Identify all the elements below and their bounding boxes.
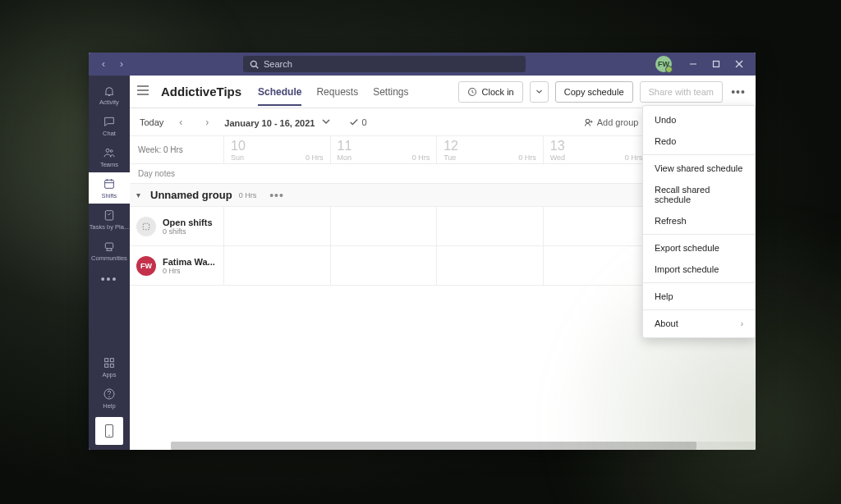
search-input[interactable]: Search — [243, 56, 526, 72]
today-button[interactable]: Today — [140, 117, 163, 127]
menu-separator — [643, 154, 755, 155]
shift-cell[interactable] — [543, 246, 650, 285]
menu-undo[interactable]: Undo — [643, 109, 755, 131]
svg-rect-17 — [110, 364, 113, 367]
svg-point-26 — [586, 119, 590, 123]
scrollbar-thumb[interactable] — [171, 442, 696, 450]
shift-cell[interactable] — [330, 246, 437, 285]
search-placeholder: Search — [264, 59, 292, 69]
rail-apps[interactable]: Apps — [89, 351, 130, 383]
prev-week-button[interactable]: ‹ — [172, 117, 190, 128]
add-group-button[interactable]: Add group — [584, 117, 639, 127]
chevron-right-icon: › — [741, 319, 743, 328]
communities-icon — [103, 240, 116, 253]
row-who[interactable]: FW Fatima Wa... 0 Hrs — [130, 246, 223, 285]
team-name: AddictiveTips — [161, 85, 241, 99]
svg-line-1 — [256, 66, 259, 68]
shift-cell[interactable] — [223, 246, 330, 285]
week-hours: Week: 0 Hrs — [130, 136, 223, 163]
clock-in-button[interactable]: Clock in — [458, 81, 523, 103]
svg-rect-13 — [105, 243, 113, 249]
svg-point-19 — [109, 396, 110, 397]
shift-cell[interactable] — [223, 207, 330, 245]
avatar[interactable]: FW — [655, 56, 672, 72]
shift-cell[interactable] — [436, 207, 543, 245]
tasks-icon — [103, 208, 116, 222]
tab-requests[interactable]: Requests — [316, 78, 358, 106]
svg-point-7 — [110, 149, 113, 152]
titlebar: ‹ › Search FW — [89, 53, 756, 76]
row-who[interactable]: Open shifts 0 shifts — [130, 207, 223, 245]
shift-cell[interactable] — [436, 246, 543, 285]
apps-icon — [103, 356, 116, 369]
tab-settings[interactable]: Settings — [373, 78, 408, 106]
rail-communities[interactable]: Communities — [89, 235, 130, 266]
menu-separator — [643, 234, 755, 235]
date-range[interactable]: January 10 - 16, 2021 — [224, 117, 330, 128]
group-more-button[interactable]: ••• — [269, 189, 284, 202]
day-col-tue: 12 Tue0 Hrs — [436, 136, 543, 163]
header-actions: Clock in Copy schedule Share with team •… — [458, 81, 747, 103]
search-icon — [250, 60, 259, 69]
menu-help[interactable]: Help — [643, 286, 755, 307]
clock-icon — [467, 87, 477, 97]
rail-chat[interactable]: Chat — [89, 110, 130, 141]
menu-view-shared[interactable]: View shared schedule — [643, 158, 755, 179]
header-tabs: Schedule Requests Settings — [258, 78, 408, 106]
shifts-icon — [103, 177, 116, 190]
chevron-down-icon — [321, 117, 331, 126]
svg-rect-8 — [105, 180, 114, 188]
maximize-button[interactable] — [705, 53, 728, 76]
menu-export[interactable]: Export schedule — [643, 237, 755, 259]
group-name: Unnamed group — [150, 189, 232, 201]
menu-redo[interactable]: Redo — [643, 131, 755, 152]
people-plus-icon — [584, 117, 594, 127]
tab-schedule[interactable]: Schedule — [258, 78, 301, 106]
rail-activity[interactable]: Activity — [89, 79, 130, 110]
rail-more[interactable]: ••• — [101, 266, 118, 292]
header-more-button[interactable]: ••• — [729, 82, 747, 102]
menu-recall-shared[interactable]: Recall shared schedule — [643, 179, 755, 210]
check-icon — [349, 117, 359, 127]
svg-rect-3 — [714, 62, 719, 67]
rail-tasks[interactable]: Tasks by Pla... — [89, 204, 130, 235]
help-icon — [103, 387, 116, 401]
svg-rect-16 — [105, 364, 108, 367]
horizontal-scrollbar[interactable] — [171, 442, 756, 450]
svg-point-0 — [250, 61, 256, 66]
day-col-sun: 10 Sun0 Hrs — [223, 136, 330, 163]
back-button[interactable]: ‹ — [95, 58, 112, 70]
shift-cell[interactable] — [330, 207, 437, 245]
forward-button[interactable]: › — [113, 58, 130, 70]
share-with-team-button[interactable]: Share with team — [640, 81, 723, 103]
hamburger-button[interactable] — [136, 85, 149, 99]
menu-separator — [643, 282, 755, 283]
user-avatar: FW — [136, 256, 156, 276]
nav-rail: Activity Chat Teams Shifts Tasks by Pla.… — [89, 76, 130, 450]
svg-point-6 — [106, 149, 109, 152]
clock-in-caret[interactable] — [530, 81, 549, 103]
group-collapse-toggle[interactable]: ▾ — [133, 190, 144, 199]
minimize-button[interactable] — [682, 53, 705, 76]
shift-cell[interactable] — [543, 207, 650, 245]
rail-teams[interactable]: Teams — [89, 141, 130, 172]
requests-count[interactable]: 0 — [349, 117, 367, 127]
page-header: AddictiveTips Schedule Requests Settings… — [130, 76, 756, 108]
svg-rect-32 — [143, 223, 149, 230]
rail-shifts[interactable]: Shifts — [89, 172, 130, 204]
rail-help[interactable]: Help — [89, 383, 130, 414]
open-shifts-icon — [136, 217, 156, 236]
next-week-button[interactable]: › — [198, 117, 216, 128]
copy-schedule-button[interactable]: Copy schedule — [555, 81, 633, 103]
svg-rect-12 — [105, 210, 113, 219]
titlebar-right: FW — [655, 53, 756, 76]
content-pane: AddictiveTips Schedule Requests Settings… — [130, 76, 756, 450]
menu-import[interactable]: Import schedule — [643, 259, 755, 280]
menu-refresh[interactable]: Refresh — [643, 210, 755, 231]
close-button[interactable] — [728, 53, 751, 76]
chat-icon — [103, 115, 116, 128]
rail-mobile-tile[interactable] — [95, 417, 123, 445]
menu-about[interactable]: About › — [643, 313, 755, 334]
teams-icon — [103, 146, 116, 159]
phone-icon — [103, 424, 115, 438]
